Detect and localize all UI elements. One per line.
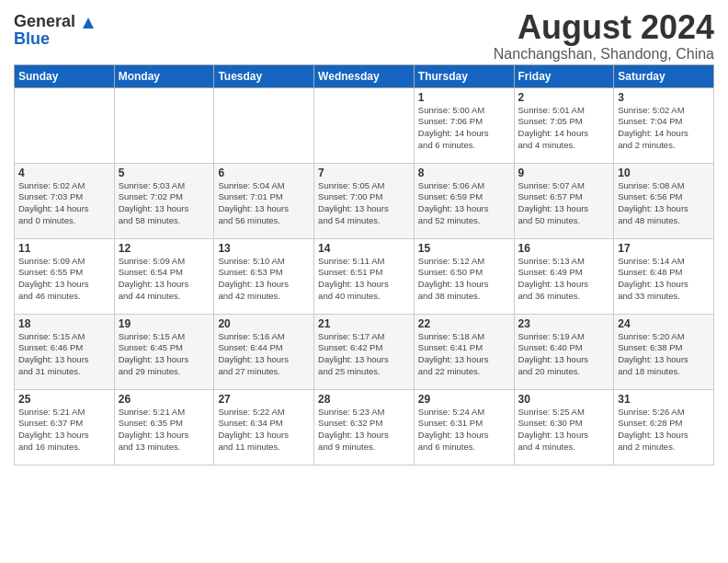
day-cell: 4Sunrise: 5:02 AMSunset: 7:03 PMDaylight… [15, 163, 115, 238]
logo-blue: Blue [14, 29, 50, 48]
day-info: Sunrise: 5:03 AMSunset: 7:02 PMDaylight:… [119, 180, 210, 227]
day-number: 10 [618, 167, 710, 179]
week-row-1: 1Sunrise: 5:00 AMSunset: 7:06 PMDaylight… [15, 87, 714, 163]
col-sunday: Sunday [15, 64, 115, 87]
day-cell: 28Sunrise: 5:23 AMSunset: 6:32 PMDayligh… [314, 389, 415, 465]
day-info: Sunrise: 5:24 AMSunset: 6:31 PMDaylight:… [418, 407, 510, 454]
day-number: 31 [618, 393, 710, 406]
week-row-4: 18Sunrise: 5:15 AMSunset: 6:46 PMDayligh… [15, 314, 714, 389]
day-cell: 21Sunrise: 5:17 AMSunset: 6:42 PMDayligh… [314, 314, 415, 389]
day-info: Sunrise: 5:09 AMSunset: 6:55 PMDaylight:… [18, 256, 110, 303]
day-info: Sunrise: 5:02 AMSunset: 7:03 PMDaylight:… [18, 180, 110, 227]
day-cell: 3Sunrise: 5:02 AMSunset: 7:04 PMDaylight… [614, 87, 714, 163]
page: General Blue August 2024 Nanchangshan, S… [0, 0, 728, 475]
day-info: Sunrise: 5:22 AMSunset: 6:34 PMDaylight:… [218, 407, 310, 454]
day-cell: 14Sunrise: 5:11 AMSunset: 6:51 PMDayligh… [314, 238, 415, 314]
day-cell [214, 87, 314, 163]
day-number: 15 [418, 242, 510, 255]
subtitle: Nanchangshan, Shandong, China [494, 46, 714, 63]
day-number: 26 [119, 393, 210, 406]
day-info: Sunrise: 5:20 AMSunset: 6:38 PMDaylight:… [618, 331, 710, 378]
day-info: Sunrise: 5:04 AMSunset: 7:01 PMDaylight:… [218, 180, 310, 227]
day-number: 25 [18, 393, 110, 406]
day-number: 27 [218, 393, 310, 406]
day-cell [15, 87, 115, 163]
day-cell: 19Sunrise: 5:15 AMSunset: 6:45 PMDayligh… [114, 314, 214, 389]
svg-marker-0 [83, 17, 94, 29]
logo-general: General [14, 12, 75, 30]
logo: General Blue [14, 13, 95, 48]
day-number: 8 [418, 167, 510, 179]
day-info: Sunrise: 5:21 AMSunset: 6:37 PMDaylight:… [18, 407, 110, 454]
day-info: Sunrise: 5:23 AMSunset: 6:32 PMDaylight:… [318, 407, 410, 454]
header: General Blue August 2024 Nanchangshan, S… [14, 9, 714, 63]
day-number: 9 [518, 167, 610, 179]
day-number: 14 [318, 242, 410, 255]
day-cell: 27Sunrise: 5:22 AMSunset: 6:34 PMDayligh… [214, 389, 314, 465]
day-cell: 16Sunrise: 5:13 AMSunset: 6:49 PMDayligh… [514, 238, 614, 314]
logo-triangle-icon [82, 17, 95, 29]
day-number: 17 [618, 242, 710, 255]
header-row: Sunday Monday Tuesday Wednesday Thursday… [15, 64, 714, 87]
col-wednesday: Wednesday [314, 64, 415, 87]
day-number: 12 [119, 242, 210, 255]
day-number: 28 [318, 393, 410, 406]
week-row-2: 4Sunrise: 5:02 AMSunset: 7:03 PMDaylight… [15, 163, 714, 238]
day-cell: 13Sunrise: 5:10 AMSunset: 6:53 PMDayligh… [214, 238, 314, 314]
week-row-5: 25Sunrise: 5:21 AMSunset: 6:37 PMDayligh… [15, 389, 714, 465]
day-cell: 31Sunrise: 5:26 AMSunset: 6:28 PMDayligh… [614, 389, 714, 465]
day-info: Sunrise: 5:10 AMSunset: 6:53 PMDaylight:… [218, 256, 310, 303]
day-number: 5 [119, 167, 210, 179]
day-info: Sunrise: 5:02 AMSunset: 7:04 PMDaylight:… [618, 105, 710, 152]
logo-line1: General [14, 13, 95, 30]
day-info: Sunrise: 5:21 AMSunset: 6:35 PMDaylight:… [119, 407, 210, 454]
day-cell: 23Sunrise: 5:19 AMSunset: 6:40 PMDayligh… [514, 314, 614, 389]
day-info: Sunrise: 5:14 AMSunset: 6:48 PMDaylight:… [618, 256, 710, 303]
day-info: Sunrise: 5:16 AMSunset: 6:44 PMDaylight:… [218, 331, 310, 378]
day-cell: 11Sunrise: 5:09 AMSunset: 6:55 PMDayligh… [15, 238, 115, 314]
day-cell: 30Sunrise: 5:25 AMSunset: 6:30 PMDayligh… [514, 389, 614, 465]
col-tuesday: Tuesday [214, 64, 314, 87]
day-number: 18 [18, 317, 110, 330]
day-number: 23 [518, 317, 610, 330]
col-saturday: Saturday [614, 64, 714, 87]
day-cell: 26Sunrise: 5:21 AMSunset: 6:35 PMDayligh… [114, 389, 214, 465]
day-info: Sunrise: 5:08 AMSunset: 6:56 PMDaylight:… [618, 180, 710, 227]
col-friday: Friday [514, 64, 614, 87]
day-cell: 12Sunrise: 5:09 AMSunset: 6:54 PMDayligh… [114, 238, 214, 314]
day-number: 22 [418, 317, 510, 330]
day-info: Sunrise: 5:07 AMSunset: 6:57 PMDaylight:… [518, 180, 610, 227]
day-number: 13 [218, 242, 310, 255]
day-number: 30 [518, 393, 610, 406]
calendar-table: Sunday Monday Tuesday Wednesday Thursday… [14, 64, 714, 465]
day-info: Sunrise: 5:11 AMSunset: 6:51 PMDaylight:… [318, 256, 410, 303]
day-number: 7 [318, 167, 410, 179]
day-cell: 22Sunrise: 5:18 AMSunset: 6:41 PMDayligh… [414, 314, 514, 389]
day-number: 16 [518, 242, 610, 255]
day-number: 29 [418, 393, 510, 406]
day-cell: 29Sunrise: 5:24 AMSunset: 6:31 PMDayligh… [414, 389, 514, 465]
day-info: Sunrise: 5:26 AMSunset: 6:28 PMDaylight:… [618, 407, 710, 454]
title-area: August 2024 Nanchangshan, Shandong, Chin… [494, 9, 714, 63]
day-info: Sunrise: 5:13 AMSunset: 6:49 PMDaylight:… [518, 256, 610, 303]
day-number: 4 [18, 167, 110, 179]
day-cell [314, 87, 415, 163]
day-cell: 25Sunrise: 5:21 AMSunset: 6:37 PMDayligh… [15, 389, 115, 465]
day-cell: 15Sunrise: 5:12 AMSunset: 6:50 PMDayligh… [414, 238, 514, 314]
day-cell: 10Sunrise: 5:08 AMSunset: 6:56 PMDayligh… [614, 163, 714, 238]
day-cell: 9Sunrise: 5:07 AMSunset: 6:57 PMDaylight… [514, 163, 614, 238]
day-info: Sunrise: 5:17 AMSunset: 6:42 PMDaylight:… [318, 331, 410, 378]
day-cell: 24Sunrise: 5:20 AMSunset: 6:38 PMDayligh… [614, 314, 714, 389]
day-number: 2 [518, 91, 610, 104]
day-info: Sunrise: 5:01 AMSunset: 7:05 PMDaylight:… [518, 105, 610, 152]
day-info: Sunrise: 5:15 AMSunset: 6:46 PMDaylight:… [18, 331, 110, 378]
day-cell: 6Sunrise: 5:04 AMSunset: 7:01 PMDaylight… [214, 163, 314, 238]
day-info: Sunrise: 5:00 AMSunset: 7:06 PMDaylight:… [418, 105, 510, 152]
day-info: Sunrise: 5:09 AMSunset: 6:54 PMDaylight:… [119, 256, 210, 303]
day-cell: 17Sunrise: 5:14 AMSunset: 6:48 PMDayligh… [614, 238, 714, 314]
day-number: 21 [318, 317, 410, 330]
day-info: Sunrise: 5:06 AMSunset: 6:59 PMDaylight:… [418, 180, 510, 227]
main-title: August 2024 [494, 9, 714, 46]
day-info: Sunrise: 5:19 AMSunset: 6:40 PMDaylight:… [518, 331, 610, 378]
day-info: Sunrise: 5:18 AMSunset: 6:41 PMDaylight:… [418, 331, 510, 378]
